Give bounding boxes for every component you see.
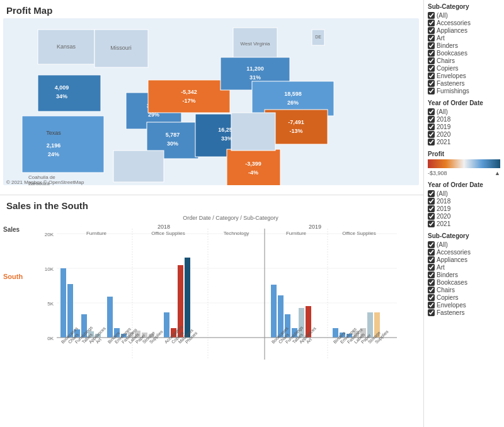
label-2021-2: 2021	[437, 220, 450, 227]
svg-text:Missouri: Missouri	[110, 45, 132, 51]
cb-copiers-bottom[interactable]	[428, 294, 435, 301]
svg-text:2019: 2019	[309, 224, 321, 230]
svg-rect-42	[231, 113, 275, 151]
cb-appliances-bottom[interactable]	[428, 256, 435, 263]
cb-2021-2[interactable]	[428, 220, 435, 227]
svg-text:30%: 30%	[167, 140, 178, 147]
svg-rect-39	[227, 149, 280, 185]
svg-text:4,009: 4,009	[55, 84, 69, 91]
map-container: Kansas Missouri West Virginia DE 4,009 3…	[3, 18, 419, 195]
cb-fasteners-bottom[interactable]	[428, 309, 435, 316]
svg-text:2018: 2018	[158, 224, 170, 230]
map-svg: Kansas Missouri West Virginia DE 4,009 3…	[3, 18, 419, 185]
svg-text:Technology: Technology	[224, 231, 249, 236]
filter-item-all-top: (All)	[428, 12, 500, 19]
profit-map-section: Profit Map Kansas Missouri West Virginia	[0, 0, 423, 195]
label-copiers-bottom: Copiers	[437, 294, 458, 301]
cb-all-top[interactable]	[428, 12, 435, 19]
svg-text:5,787: 5,787	[166, 132, 180, 138]
svg-text:-5,342: -5,342	[181, 89, 197, 95]
label-binders-top: Binders	[437, 42, 458, 49]
label-appliances-bottom: Appliances	[437, 256, 467, 263]
bar-chart-svg: 20K 10K 5K 0K 2018 2019 Furnit	[38, 221, 403, 410]
svg-text:2,196: 2,196	[47, 142, 61, 149]
label-appliances-top: Appliances	[437, 27, 467, 34]
cb-binders-bottom[interactable]	[428, 271, 435, 278]
cb-art-top[interactable]	[428, 35, 435, 42]
svg-text:Furniture: Furniture	[286, 231, 307, 236]
profit-map-title: Profit Map	[0, 0, 423, 18]
svg-text:Office Supplies: Office Supplies	[151, 231, 185, 236]
cb-2021-1[interactable]	[428, 139, 435, 145]
region-header-label: Sales	[0, 226, 38, 233]
cb-2020-1[interactable]	[428, 131, 435, 138]
label-chairs-bottom: Chairs	[437, 287, 455, 293]
cb-year-all-1[interactable]	[428, 108, 435, 115]
svg-text:18,598: 18,598	[284, 91, 302, 97]
cb-chairs-top[interactable]	[428, 57, 435, 64]
cb-envelopes-bottom[interactable]	[428, 302, 435, 309]
profit-gradient-bar	[428, 159, 500, 168]
year-filter-1-title: Year of Order Date	[428, 100, 500, 106]
label-accessories-bottom: Accessories	[437, 249, 471, 256]
svg-text:-17%: -17%	[182, 98, 195, 104]
svg-text:-3,399: -3,399	[245, 161, 261, 167]
svg-text:24%: 24%	[48, 151, 59, 157]
cb-all-bottom[interactable]	[428, 241, 435, 248]
svg-rect-80	[185, 258, 190, 338]
svg-text:10K: 10K	[45, 266, 54, 272]
label-2019-2: 2019	[437, 205, 450, 212]
bar-chart[interactable]: Order Date / Category / Sub-Category 20K…	[38, 214, 423, 415]
svg-rect-64	[60, 268, 66, 338]
label-2021-1: 2021	[437, 139, 450, 145]
cb-fasteners-top[interactable]	[428, 80, 435, 87]
label-2019-1: 2019	[437, 123, 450, 130]
cb-copiers-top[interactable]	[428, 65, 435, 72]
year-filter-2-title: Year of Order Date	[428, 181, 500, 188]
label-copiers-top: Copiers	[437, 65, 458, 72]
svg-rect-81	[271, 285, 277, 338]
region-column: Sales South	[0, 214, 38, 415]
cb-year-all-2[interactable]	[428, 190, 435, 197]
cb-accessories-bottom[interactable]	[428, 249, 435, 256]
cb-2018-1[interactable]	[428, 116, 435, 123]
cb-accessories-top[interactable]	[428, 20, 435, 26]
svg-text:Office Supplies: Office Supplies	[342, 231, 376, 236]
label-bookcases-bottom: Bookcases	[437, 279, 467, 286]
cb-appliances-top[interactable]	[428, 27, 435, 34]
chart-title: Order Date / Category / Sub-Category	[38, 214, 423, 221]
cb-bookcases-bottom[interactable]	[428, 279, 435, 286]
profit-min-label: -$3,908	[428, 170, 447, 176]
cb-2018-2[interactable]	[428, 198, 435, 205]
label-fasteners-bottom: Fasteners	[437, 309, 464, 316]
cb-bookcases-top[interactable]	[428, 50, 435, 57]
profit-labels: -$3,908 ▲	[428, 170, 500, 176]
cb-art-bottom[interactable]	[428, 264, 435, 271]
svg-rect-9	[38, 75, 101, 111]
label-furnishings-top: Furnishings	[437, 88, 469, 94]
label-envelopes-bottom: Envelopes	[437, 302, 466, 309]
label-2018-1: 2018	[437, 116, 450, 123]
label-binders-bottom: Binders	[437, 271, 458, 278]
label-art-top: Art	[437, 35, 445, 42]
cb-2019-1[interactable]	[428, 123, 435, 130]
label-2020-1: 2020	[437, 131, 450, 138]
cb-envelopes-top[interactable]	[428, 72, 435, 79]
svg-text:5K: 5K	[47, 301, 54, 307]
sub-category-filter-top: Sub-Category (All) Accessories Appliance…	[428, 3, 500, 94]
sales-section: Sales in the South Sales South Order Dat…	[0, 195, 423, 427]
svg-text:-4%: -4%	[248, 169, 258, 176]
label-chairs-top: Chairs	[437, 57, 455, 64]
label-art-bottom: Art	[437, 264, 445, 271]
cb-binders-top[interactable]	[428, 42, 435, 49]
svg-text:31%: 31%	[249, 74, 261, 81]
cb-2019-2[interactable]	[428, 205, 435, 212]
svg-rect-15	[148, 80, 230, 113]
svg-text:0K: 0K	[47, 336, 54, 341]
svg-text:DE: DE	[315, 35, 321, 39]
label-bookcases-top: Bookcases	[437, 50, 467, 57]
cb-2020-2[interactable]	[428, 213, 435, 220]
cb-chairs-bottom[interactable]	[428, 287, 435, 293]
profit-legend-title: Profit	[428, 151, 500, 157]
cb-furnishings-top[interactable]	[428, 88, 435, 94]
